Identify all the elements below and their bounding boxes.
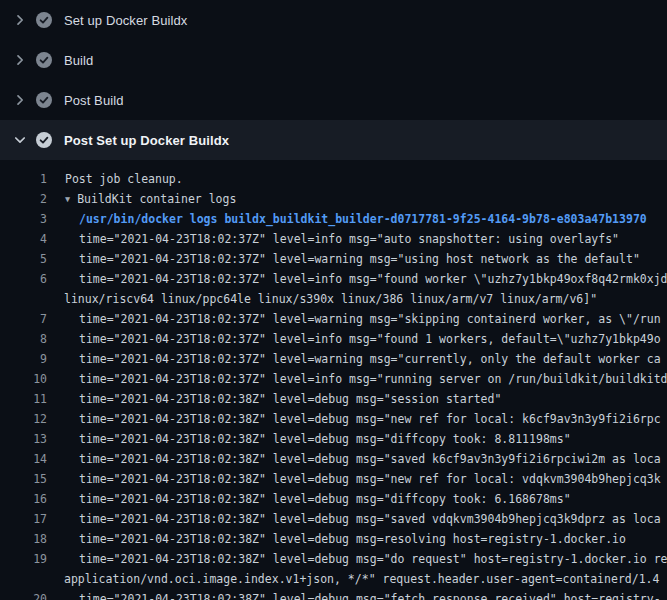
step-label: Build [64,53,93,68]
line-number[interactable]: 5 [0,249,47,269]
log-line: 1Post job cleanup. [0,169,667,189]
log-text: time="2021-04-23T18:02:38Z" level=debug … [79,469,661,489]
line-number[interactable]: 4 [0,229,47,249]
log-text: time="2021-04-23T18:02:38Z" level=debug … [79,489,571,509]
log-line-continuation: linux/riscv64 linux/ppc64le linux/s390x … [0,289,667,309]
log-line: 20time="2021-04-23T18:02:38Z" level=debu… [0,589,667,600]
log-text: linux/riscv64 linux/ppc64le linux/s390x … [64,289,597,309]
log-line: 19time="2021-04-23T18:02:38Z" level=debu… [0,549,667,569]
log-text: time="2021-04-23T18:02:38Z" level=debug … [79,449,661,469]
log-text: time="2021-04-23T18:02:37Z" level=info m… [79,369,667,389]
line-number[interactable]: 13 [0,429,47,449]
line-number[interactable]: 15 [0,469,47,489]
chevron-right-icon[interactable] [12,52,28,68]
chevron-right-icon[interactable] [12,92,28,108]
step-row-set-up-docker-buildx[interactable]: Set up Docker Buildx [0,0,667,40]
log-text: time="2021-04-23T18:02:38Z" level=debug … [79,429,571,449]
log-line: 11time="2021-04-23T18:02:38Z" level=debu… [0,389,667,409]
line-number[interactable]: 16 [0,489,47,509]
log-line: 17time="2021-04-23T18:02:38Z" level=debu… [0,509,667,529]
workflow-log-viewer: Set up Docker BuildxBuildPost BuildPost … [0,0,667,600]
log-line-continuation: application/vnd.oci.image.index.v1+json,… [0,569,667,589]
line-number[interactable]: 17 [0,509,47,529]
step-label: Set up Docker Buildx [64,13,187,28]
line-number[interactable]: 7 [0,309,47,329]
line-number[interactable]: 9 [0,349,47,369]
log-line: 7time="2021-04-23T18:02:37Z" level=warni… [0,309,667,329]
log-text: time="2021-04-23T18:02:38Z" level=debug … [79,549,667,569]
log-text: time="2021-04-23T18:02:37Z" level=info m… [79,269,667,289]
chevron-down-icon[interactable] [12,132,28,148]
log-text: time="2021-04-23T18:02:37Z" level=warnin… [79,349,661,369]
log-text: time="2021-04-23T18:02:38Z" level=debug … [79,509,661,529]
log-line: 18time="2021-04-23T18:02:38Z" level=debu… [0,529,667,549]
log-text: time="2021-04-23T18:02:38Z" level=debug … [79,529,626,549]
log-line: 3/usr/bin/docker logs buildx_buildkit_bu… [0,209,667,229]
log-text: time="2021-04-23T18:02:38Z" level=debug … [79,409,661,429]
line-number[interactable]: 3 [0,209,47,229]
line-number[interactable]: 10 [0,369,47,389]
log-line: 6time="2021-04-23T18:02:37Z" level=info … [0,269,667,289]
log-text: application/vnd.oci.image.index.v1+json,… [64,569,659,589]
log-line: 4time="2021-04-23T18:02:37Z" level=info … [0,229,667,249]
log-line: 10time="2021-04-23T18:02:37Z" level=info… [0,369,667,389]
log-line: 8time="2021-04-23T18:02:37Z" level=info … [0,329,667,349]
line-number[interactable]: 8 [0,329,47,349]
line-number[interactable]: 11 [0,389,47,409]
line-number[interactable]: 20 [0,589,47,600]
step-row-post-build[interactable]: Post Build [0,80,667,120]
log-line: 13time="2021-04-23T18:02:38Z" level=debu… [0,429,667,449]
check-circle-icon [36,132,52,148]
line-number[interactable]: 12 [0,409,47,429]
step-label: Post Build [64,93,124,108]
log-line: 2▼BuildKit container logs [0,189,667,209]
check-circle-icon [36,52,52,68]
group-collapse-triangle-icon[interactable]: ▼ [65,189,70,209]
log-text: time="2021-04-23T18:02:37Z" level=info m… [79,329,661,349]
line-number[interactable]: 6 [0,269,47,289]
log-line: 12time="2021-04-23T18:02:38Z" level=debu… [0,409,667,429]
log-line: 5time="2021-04-23T18:02:37Z" level=warni… [0,249,667,269]
step-label: Post Set up Docker Buildx [64,133,229,148]
line-number[interactable]: 2 [0,189,47,209]
line-number[interactable]: 18 [0,529,47,549]
log-line: 14time="2021-04-23T18:02:38Z" level=debu… [0,449,667,469]
group-title[interactable]: BuildKit container logs [77,192,236,206]
log-text: time="2021-04-23T18:02:38Z" level=debug … [79,389,501,409]
log-text: Post job cleanup. [65,169,183,189]
log-line: 15time="2021-04-23T18:02:38Z" level=debu… [0,469,667,489]
step-row-post-set-up-docker-buildx[interactable]: Post Set up Docker Buildx [0,120,667,160]
chevron-right-icon[interactable] [12,12,28,28]
log-area: 1Post job cleanup.2▼BuildKit container l… [0,160,667,600]
step-row-build[interactable]: Build [0,40,667,80]
log-line: 9time="2021-04-23T18:02:37Z" level=warni… [0,349,667,369]
command-text: /usr/bin/docker logs buildx_buildkit_bui… [79,209,647,229]
line-number[interactable]: 19 [0,549,47,569]
log-text: ▼BuildKit container logs [65,189,236,209]
log-text: time="2021-04-23T18:02:37Z" level=info m… [79,229,619,249]
steps-list: Set up Docker BuildxBuildPost BuildPost … [0,0,667,160]
log-line: 16time="2021-04-23T18:02:38Z" level=debu… [0,489,667,509]
log-text: time="2021-04-23T18:02:37Z" level=warnin… [79,249,640,269]
check-circle-icon [36,12,52,28]
log-text: time="2021-04-23T18:02:38Z" level=debug … [79,589,661,600]
log-text: time="2021-04-23T18:02:37Z" level=warnin… [79,309,661,329]
line-number[interactable]: 1 [0,169,47,189]
check-circle-icon [36,92,52,108]
line-number[interactable]: 14 [0,449,47,469]
